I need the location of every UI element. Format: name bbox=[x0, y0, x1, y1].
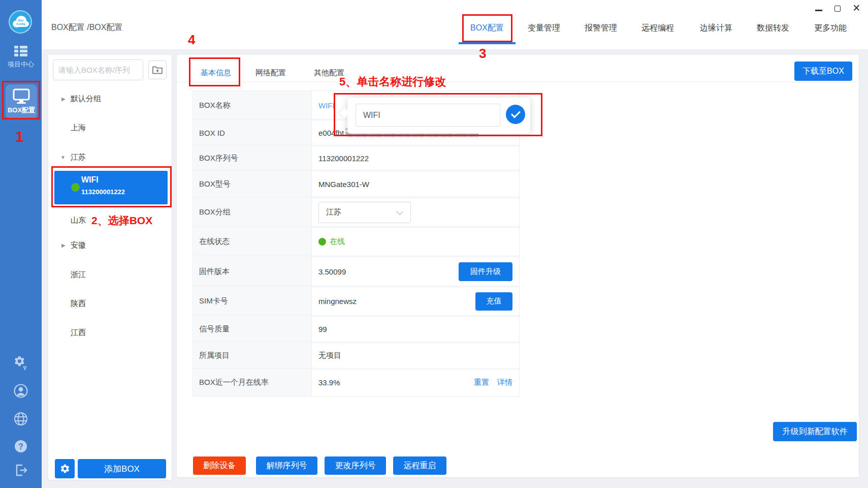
row-label: 固件版本 bbox=[193, 256, 312, 287]
tab-basic-info[interactable]: 基本信息 bbox=[201, 68, 231, 78]
svg-text:?: ? bbox=[18, 442, 23, 451]
model-value: MNGate301-W bbox=[312, 170, 519, 198]
online-status-dot bbox=[71, 183, 80, 192]
group-selected-value: 江苏 bbox=[326, 207, 341, 217]
change-serial-button[interactable]: 更改序列号 bbox=[325, 456, 386, 475]
tree-group-label: 陕西 bbox=[71, 299, 86, 309]
nav-tab-alarm-mgmt[interactable]: 报警管理 bbox=[585, 23, 617, 34]
tree-group-anhui[interactable]: ▶ 安徽 bbox=[48, 238, 172, 252]
tree-group-label: 上海 bbox=[71, 123, 86, 133]
chevron-down-icon: ▼ bbox=[60, 155, 66, 160]
settings-wifi-icon[interactable] bbox=[0, 355, 42, 370]
app-logo: Box Config bbox=[9, 10, 32, 34]
tree-group-label: 江西 bbox=[71, 328, 86, 338]
panel-settings-button[interactable] bbox=[55, 459, 75, 478]
nav-tab-more-functions[interactable]: 更多功能 bbox=[814, 23, 847, 34]
check-icon bbox=[510, 108, 520, 118]
row-label: 在线状态 bbox=[193, 227, 312, 257]
unbind-serial-button[interactable]: 解绑序列号 bbox=[256, 456, 317, 475]
nav-tab-edge-computing[interactable]: 边缘计算 bbox=[700, 23, 732, 34]
window-maximize-button[interactable] bbox=[834, 6, 841, 12]
box-name-value[interactable]: WIFI bbox=[318, 101, 335, 110]
box-serial: 113200001222 bbox=[81, 188, 125, 196]
sim-recharge-button[interactable]: 充值 bbox=[475, 292, 512, 311]
upgrade-new-config-button[interactable]: 升级到新配置软件 bbox=[773, 422, 857, 441]
reset-link[interactable]: 重置 bbox=[474, 378, 489, 387]
signal-value: 99 bbox=[312, 316, 519, 343]
table-row-project: 所属项目 无项目 bbox=[192, 342, 520, 370]
online-status-dot bbox=[318, 238, 326, 246]
gear-icon bbox=[60, 464, 70, 474]
sidebar: Box Config 项目中心 BOX配置 bbox=[0, 0, 42, 488]
tree-group-jiangxi[interactable]: 江西 bbox=[48, 325, 172, 340]
row-label: BOX分组 bbox=[193, 197, 312, 227]
tree-group-label: 安徽 bbox=[71, 240, 86, 250]
tree-group-label: 浙江 bbox=[71, 270, 86, 280]
chevron-right-icon: ▶ bbox=[61, 242, 66, 248]
add-box-button[interactable]: 添加BOX bbox=[78, 459, 166, 478]
app-window: Box Config 项目中心 BOX配置 bbox=[0, 0, 868, 488]
nav-tab-remote-programming[interactable]: 远程编程 bbox=[641, 23, 674, 34]
online-rate-value: 33.9% bbox=[318, 378, 340, 387]
box-name-edit-input[interactable] bbox=[356, 104, 500, 127]
table-row-online-rate: BOX近一个月在线率 33.9% 重置 详情 bbox=[192, 368, 520, 396]
download-to-box-button[interactable]: 下载至BOX bbox=[794, 62, 852, 81]
tab-other-config[interactable]: 其他配置 bbox=[314, 68, 344, 78]
row-label: 所属项目 bbox=[193, 342, 312, 369]
sidebar-item-label: 项目中心 bbox=[8, 60, 34, 69]
tree-group-shaanxi[interactable]: 陕西 bbox=[48, 296, 172, 311]
online-status-value: 在线 bbox=[330, 237, 345, 247]
box-name: WIFI bbox=[81, 175, 99, 185]
user-account-icon[interactable] bbox=[0, 383, 42, 399]
logo-text-line2: Config bbox=[16, 22, 25, 25]
firmware-value: 3.50099 bbox=[318, 267, 346, 276]
tree-group-jiangsu[interactable]: ▼ 江苏 bbox=[48, 150, 172, 164]
project-grid-icon bbox=[14, 46, 27, 56]
nav-tab-variable-mgmt[interactable]: 变量管理 bbox=[528, 23, 560, 34]
logout-icon[interactable] bbox=[0, 463, 42, 477]
active-tab-underline bbox=[459, 42, 516, 44]
sidebar-item-box-config[interactable]: BOX配置 bbox=[6, 84, 37, 119]
window-minimize-button[interactable] bbox=[815, 10, 822, 11]
help-icon[interactable]: ? bbox=[0, 440, 42, 453]
row-label: BOX ID bbox=[193, 119, 312, 146]
row-label: BOX近一个月在线率 bbox=[193, 369, 312, 396]
nav-tab-box-config[interactable]: BOX配置 bbox=[470, 23, 504, 34]
table-row-signal: 信号质量 99 bbox=[192, 315, 520, 343]
box-list-panel: ▶ 默认分组 上海 ▼ 江苏 WIFI 113200001222 山东 ▶ 安徽… bbox=[48, 55, 172, 480]
tree-group-default[interactable]: ▶ 默认分组 bbox=[48, 92, 172, 106]
tree-box-item-wifi-selected[interactable]: WIFI 113200001222 bbox=[54, 171, 168, 204]
window-close-button[interactable]: × bbox=[853, 1, 860, 15]
row-label: 信号质量 bbox=[193, 316, 312, 343]
cloud-logo-icon: Box Config bbox=[10, 13, 30, 30]
group-select[interactable]: 江苏 bbox=[318, 202, 411, 223]
row-label: BOX型号 bbox=[193, 170, 312, 198]
tree-group-shandong[interactable]: 山东 bbox=[48, 213, 172, 227]
globe-language-icon[interactable] bbox=[0, 411, 42, 426]
row-label: BOX序列号 bbox=[193, 145, 312, 171]
tree-group-label: 江苏 bbox=[71, 152, 86, 162]
tree-group-zhejiang[interactable]: 浙江 bbox=[48, 267, 172, 282]
tree-group-label: 山东 bbox=[71, 216, 86, 225]
chevron-down-icon bbox=[396, 207, 403, 215]
tab-network-config[interactable]: 网络配置 bbox=[255, 68, 286, 78]
tree-group-label: 默认分组 bbox=[71, 94, 101, 104]
firmware-upgrade-button[interactable]: 固件升级 bbox=[459, 262, 512, 281]
table-row-sim: SIM卡号 mingnewsz 充值 bbox=[192, 286, 520, 317]
row-label: BOX名称 bbox=[193, 91, 312, 120]
breadcrumb: BOX配置 /BOX配置 bbox=[51, 22, 122, 33]
delete-device-button[interactable]: 删除设备 bbox=[193, 456, 246, 475]
sidebar-item-label: BOX配置 bbox=[8, 106, 35, 115]
box-name-edit-popup bbox=[347, 98, 530, 134]
confirm-name-button[interactable] bbox=[506, 105, 525, 124]
sidebar-item-project-center[interactable]: 项目中心 bbox=[0, 46, 42, 69]
sim-value: mingnewsz bbox=[318, 297, 357, 306]
remote-restart-button[interactable]: 远程重启 bbox=[393, 456, 446, 475]
nav-tab-data-forwarding[interactable]: 数据转发 bbox=[757, 23, 789, 34]
serial-value: 113200001222 bbox=[312, 145, 519, 171]
add-group-button[interactable] bbox=[148, 60, 167, 79]
box-search-input[interactable] bbox=[53, 59, 143, 80]
tree-group-shanghai[interactable]: 上海 bbox=[48, 120, 172, 135]
detail-link[interactable]: 详情 bbox=[497, 378, 512, 387]
tabs-divider bbox=[177, 82, 859, 82]
